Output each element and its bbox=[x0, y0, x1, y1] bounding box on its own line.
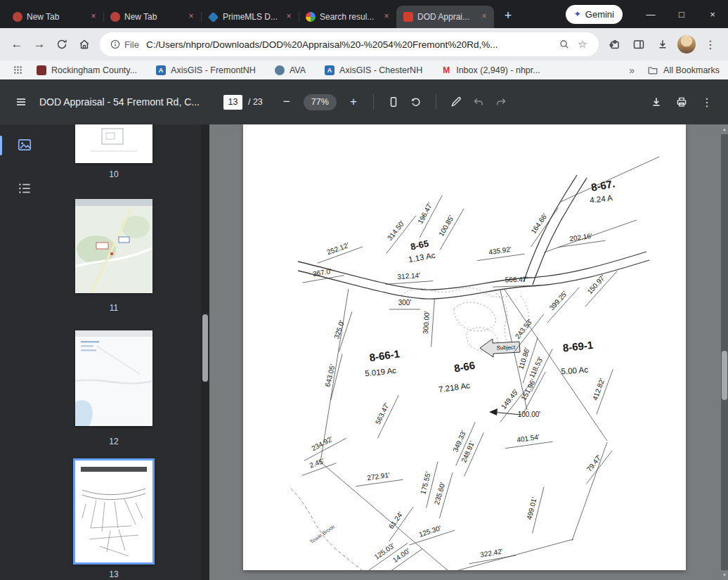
new-tab-button[interactable]: + bbox=[498, 6, 518, 25]
ava-favicon bbox=[275, 65, 285, 75]
back-button[interactable]: ← bbox=[6, 33, 28, 56]
page-thumbnail-11[interactable] bbox=[75, 199, 152, 293]
tab-close-icon[interactable]: × bbox=[381, 11, 392, 22]
pdf-content-area: 8-67.4.24 A8-651.13 Ac8-66-15.019 Ac8-66… bbox=[209, 124, 721, 580]
map-label: 412.82' bbox=[591, 378, 606, 401]
map-label: 300.00' bbox=[422, 311, 431, 334]
outline-panel-icon[interactable] bbox=[17, 181, 32, 196]
home-icon bbox=[78, 38, 91, 51]
map-label: 8-66-1 bbox=[369, 347, 401, 363]
redo-button[interactable] bbox=[490, 91, 512, 113]
bookmarks-overflow-icon[interactable]: » bbox=[629, 65, 635, 76]
map-label: 150.97' bbox=[585, 273, 606, 296]
map-label: 151.96' bbox=[519, 378, 537, 401]
zoom-out-button[interactable]: − bbox=[275, 91, 298, 113]
map-label: 61.24' bbox=[387, 510, 405, 530]
forward-button[interactable]: → bbox=[28, 33, 51, 56]
sidebar-scrollbar[interactable] bbox=[201, 124, 209, 580]
bookmark-inbox[interactable]: M Inbox (2,949) - nhpr... bbox=[441, 65, 540, 75]
apps-grid-icon[interactable] bbox=[8, 59, 27, 82]
page-thumbnail-13[interactable] bbox=[73, 458, 155, 565]
tab-new-tab-2[interactable]: New Tab × bbox=[103, 6, 201, 28]
fit-page-button[interactable] bbox=[382, 91, 405, 113]
map-label: 1.13 Ac bbox=[408, 251, 436, 264]
side-panel-icon[interactable] bbox=[627, 33, 651, 56]
scroll-up-button[interactable]: ▲ bbox=[721, 124, 728, 134]
tab-primemls[interactable]: PrimeMLS D... × bbox=[201, 6, 299, 28]
search-icon[interactable] bbox=[555, 35, 573, 53]
pdf-page-13: 8-67.4.24 A8-651.13 Ac8-66-15.019 Ac8-66… bbox=[243, 124, 686, 570]
bookmark-star-icon[interactable]: ☆ bbox=[573, 35, 592, 53]
axisgis-favicon: A bbox=[325, 65, 334, 75]
print-button[interactable] bbox=[670, 91, 693, 113]
home-button[interactable] bbox=[73, 33, 96, 56]
active-panel-indicator bbox=[0, 136, 2, 155]
map-label: Towle Brook bbox=[308, 523, 336, 545]
map-label: 8-67. bbox=[590, 177, 616, 193]
map-label: 314.50' bbox=[386, 219, 406, 242]
tab-close-icon[interactable]: × bbox=[88, 11, 99, 22]
pdf-menu-icon[interactable] bbox=[10, 91, 32, 113]
map-label: 367.0' bbox=[312, 267, 332, 278]
profile-avatar[interactable] bbox=[677, 35, 696, 53]
tab-close-icon[interactable]: × bbox=[283, 11, 294, 22]
bookmark-label: AxisGIS - ChesterNH bbox=[339, 65, 422, 75]
bookmark-rockingham[interactable]: Rockingham County... bbox=[37, 65, 137, 75]
rotate-button[interactable] bbox=[405, 91, 427, 113]
map-label: 4.24 A bbox=[590, 193, 613, 204]
tab-strip: New Tab × New Tab × PrimeMLS D... × Sear… bbox=[0, 0, 728, 28]
annotate-pen-button[interactable] bbox=[445, 91, 467, 113]
thumbnail-page-number: 10 bbox=[73, 169, 155, 179]
tab-dod-appraisal[interactable]: DOD Apprai... × bbox=[396, 6, 494, 28]
vertical-scrollbar[interactable]: ▲ ▼ bbox=[721, 124, 728, 580]
boundary-line bbox=[303, 276, 344, 283]
bookmark-axisgis-chester[interactable]: A AxisGIS - ChesterNH bbox=[325, 65, 422, 75]
toolbar-divider bbox=[436, 94, 436, 110]
tab-title: New Tab bbox=[124, 12, 181, 22]
map-label: 322.42' bbox=[479, 547, 503, 558]
plat-map-svg: 8-67.4.24 A8-651.13 Ac8-66-15.019 Ac8-66… bbox=[243, 124, 686, 570]
undo-button[interactable] bbox=[467, 91, 490, 113]
scroll-down-button[interactable]: ▼ bbox=[721, 570, 728, 580]
tab-close-icon[interactable]: × bbox=[186, 11, 197, 22]
tab-search-results[interactable]: Search resul... × bbox=[299, 6, 396, 28]
tab-title: Search resul... bbox=[320, 12, 377, 22]
gemini-button[interactable]: ✦ Gemini bbox=[566, 5, 623, 24]
scrollbar-thumb[interactable] bbox=[722, 351, 727, 400]
tab-new-tab-1[interactable]: New Tab × bbox=[6, 6, 103, 28]
boundary-line bbox=[477, 254, 524, 261]
all-bookmarks-button[interactable]: All Bookmarks bbox=[647, 65, 720, 76]
url-text[interactable]: C:/Users/nhpro/Downloads/DOD%20Appraisal… bbox=[146, 39, 555, 50]
window-maximize-button[interactable]: □ bbox=[666, 0, 697, 28]
browser-window: New Tab × New Tab × PrimeMLS D... × Sear… bbox=[0, 0, 728, 580]
page-thumbnail-12[interactable] bbox=[75, 330, 152, 426]
boundary-line bbox=[431, 299, 435, 347]
bookmark-axisgis-fremont[interactable]: A AxisGIS - FremontNH bbox=[156, 65, 256, 75]
sidebar-scrollbar-thumb[interactable] bbox=[202, 314, 208, 382]
thumbnail-page-number: 12 bbox=[73, 437, 155, 446]
zoom-in-button[interactable]: + bbox=[342, 91, 365, 113]
zoom-level[interactable]: 77% bbox=[304, 94, 337, 110]
tab-title: DOD Apprai... bbox=[417, 12, 474, 22]
bookmark-ava[interactable]: AVA bbox=[275, 65, 306, 75]
page-number-input[interactable]: 13 bbox=[223, 95, 242, 110]
pdf-download-button[interactable] bbox=[645, 91, 668, 113]
pdf-viewer: 10 11 bbox=[0, 124, 728, 580]
map-label: 8-65 bbox=[410, 238, 430, 252]
window-minimize-button[interactable]: — bbox=[635, 0, 666, 28]
map-label: 202.16' bbox=[569, 232, 593, 243]
address-bar[interactable]: File C:/Users/nhpro/Downloads/DOD%20Appr… bbox=[100, 32, 599, 56]
map-label: 149.45' bbox=[500, 388, 520, 411]
map-label: 566.47' bbox=[505, 275, 528, 283]
downloads-icon[interactable] bbox=[651, 33, 675, 56]
pdf-more-menu-icon[interactable]: ⋮ bbox=[696, 91, 718, 113]
page-thumbnail-10[interactable] bbox=[75, 124, 152, 163]
thumbnails-panel-icon[interactable] bbox=[17, 137, 32, 153]
extensions-icon[interactable] bbox=[603, 33, 627, 56]
browser-menu-icon[interactable]: ⋮ bbox=[698, 33, 722, 56]
map-label: 79.47' bbox=[585, 453, 603, 473]
map-label: 252.12' bbox=[326, 241, 350, 256]
window-close-button[interactable]: × bbox=[697, 0, 728, 28]
tab-close-icon[interactable]: × bbox=[479, 11, 490, 22]
reload-button[interactable] bbox=[51, 33, 73, 56]
